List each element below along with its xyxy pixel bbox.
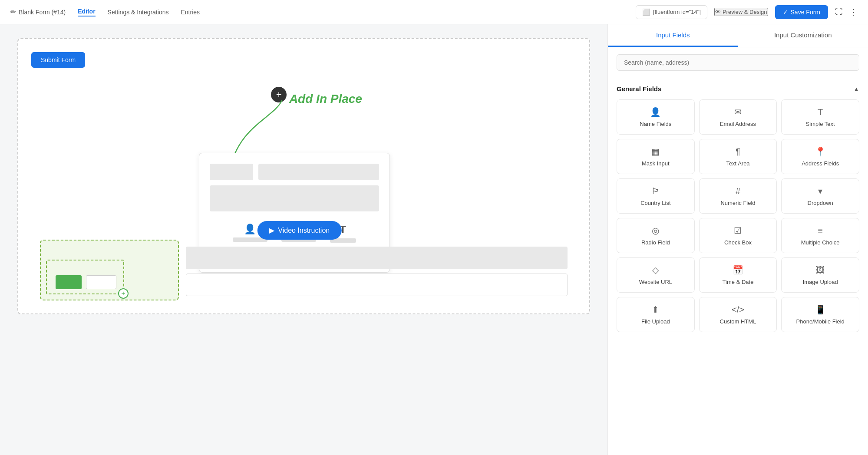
eye-icon: 👁 — [715, 9, 721, 15]
field-item-simple-text[interactable]: TSimple Text — [781, 99, 859, 135]
nav-editor[interactable]: Editor — [78, 8, 95, 16]
mock-person-icon: 👤 — [244, 224, 256, 235]
field-item-mask-input[interactable]: ▦Mask Input — [617, 139, 695, 174]
fields-grid: 👤Name Fields✉Email AddressTSimple Text▦M… — [617, 99, 859, 332]
field-item-country-list[interactable]: 🏳Country List — [617, 178, 695, 214]
field-label-2: Simple Text — [806, 121, 835, 127]
white-input-preview — [186, 274, 568, 296]
panel-tabs: Input Fields Input Customization — [608, 24, 868, 47]
chevron-up-icon[interactable]: ▲ — [853, 86, 859, 92]
lower-preview: + — [31, 240, 576, 300]
field-icon-6: 🏳 — [651, 186, 660, 196]
shortcode-button[interactable]: ⬜ [fluentform id="14"] — [636, 5, 707, 19]
field-item-name-fields[interactable]: 👤Name Fields — [617, 99, 695, 135]
field-icon-13: 📅 — [733, 265, 743, 275]
check-icon: ✓ — [783, 9, 788, 16]
field-icon-8: ▾ — [818, 186, 822, 196]
field-item-check-box[interactable]: ☑Check Box — [699, 218, 777, 253]
field-icon-10: ☑ — [734, 225, 742, 236]
right-panel: Input Fields Input Customization General… — [607, 24, 868, 455]
form-title: ✏ Blank Form (#14) — [10, 8, 66, 16]
mock-input-2 — [258, 164, 379, 180]
right-preview-area — [186, 240, 568, 300]
field-icon-4: ¶ — [736, 147, 740, 157]
field-item-image-upload[interactable]: 🖼Image Upload — [781, 257, 859, 293]
field-label-16: Custom HTML — [720, 318, 756, 325]
form-icon: ✏ — [10, 8, 16, 16]
video-instruction-button[interactable]: ▶ Video Instruction — [257, 221, 342, 240]
field-item-phone-mobile-field[interactable]: 📱Phone/Mobile Field — [781, 297, 859, 332]
green-drop-zone[interactable]: + — [40, 240, 179, 300]
search-wrap — [608, 47, 868, 78]
field-icon-12: ◇ — [652, 265, 659, 275]
field-icon-11: ≡ — [818, 226, 823, 236]
small-plus-icon[interactable]: + — [118, 288, 129, 299]
green-block — [56, 275, 82, 289]
field-icon-14: 🖼 — [816, 265, 825, 275]
save-form-button[interactable]: ✓ Save Form — [775, 5, 828, 19]
field-label-9: Radio Field — [641, 239, 670, 246]
field-label-3: Mask Input — [642, 160, 670, 167]
save-label: Save Form — [791, 9, 820, 16]
field-icon-5: 📍 — [815, 146, 826, 157]
form-canvas: Submit Form + Add In Place — [17, 38, 590, 314]
green-inner-zone: + — [46, 260, 124, 294]
field-label-0: Name Fields — [640, 121, 671, 127]
field-icon-3: ▦ — [651, 146, 660, 157]
field-item-multiple-choice[interactable]: ≡Multiple Choice — [781, 218, 859, 253]
field-icon-16: </> — [732, 305, 744, 315]
field-label-1: Email Address — [720, 121, 756, 127]
editor-area: Submit Form + Add In Place — [0, 24, 607, 455]
field-icon-7: # — [736, 186, 740, 196]
green-input-preview — [86, 275, 116, 289]
main-layout: Submit Form + Add In Place — [0, 24, 868, 455]
field-icon-2: T — [818, 107, 823, 117]
shortcode-text: [fluentform id="14"] — [653, 9, 701, 15]
field-label-6: Country List — [640, 200, 670, 206]
field-label-12: Website URL — [639, 279, 672, 285]
field-item-email-address[interactable]: ✉Email Address — [699, 99, 777, 135]
nav-right: ⬜ [fluentform id="14"] 👁 Preview & Desig… — [636, 5, 858, 19]
field-item-dropdown[interactable]: ▾Dropdown — [781, 178, 859, 214]
field-label-10: Check Box — [724, 239, 752, 246]
field-icon-0: 👤 — [650, 107, 661, 117]
section-title: General Fields — [617, 85, 661, 92]
section-header: General Fields ▲ — [617, 85, 859, 92]
field-item-time---date[interactable]: 📅Time & Date — [699, 257, 777, 293]
preview-label: Preview & Design — [723, 9, 767, 15]
fullscreen-button[interactable]: ⛶ — [835, 7, 843, 16]
field-item-file-upload[interactable]: ⬆File Upload — [617, 297, 695, 332]
form-title-text: Blank Form (#14) — [19, 9, 66, 16]
field-item-text-area[interactable]: ¶Text Area — [699, 139, 777, 174]
field-label-17: Phone/Mobile Field — [796, 318, 845, 325]
nav-settings[interactable]: Settings & Integrations — [108, 9, 169, 16]
add-in-place-area: + Add In Place — [31, 75, 576, 300]
field-label-15: File Upload — [641, 318, 670, 325]
field-icon-15: ⬆ — [652, 304, 659, 315]
field-icon-17: 📱 — [815, 304, 826, 315]
tab-input-customization[interactable]: Input Customization — [738, 24, 868, 47]
field-item-radio-field[interactable]: ◎Radio Field — [617, 218, 695, 253]
field-label-13: Time & Date — [723, 279, 754, 285]
preview-design-button[interactable]: 👁 Preview & Design — [714, 8, 768, 16]
field-item-website-url[interactable]: ◇Website URL — [617, 257, 695, 293]
field-label-8: Dropdown — [808, 200, 833, 206]
submit-form-button[interactable]: Submit Form — [31, 52, 85, 68]
field-label-7: Numeric Field — [720, 200, 755, 206]
field-item-numeric-field[interactable]: #Numeric Field — [699, 178, 777, 214]
add-in-place-label: Add In Place — [289, 92, 362, 106]
field-item-address-fields[interactable]: 📍Address Fields — [781, 139, 859, 174]
mock-input-3 — [210, 185, 379, 211]
nav-entries[interactable]: Entries — [181, 9, 200, 16]
field-item-custom-html[interactable]: </>Custom HTML — [699, 297, 777, 332]
more-options-button[interactable]: ⋮ — [850, 7, 858, 17]
video-btn-label: Video Instruction — [278, 227, 330, 234]
search-input[interactable] — [617, 54, 859, 71]
fields-section: General Fields ▲ 👤Name Fields✉Email Addr… — [608, 78, 868, 455]
play-icon: ▶ — [269, 226, 274, 234]
field-label-4: Text Area — [726, 160, 749, 167]
top-navigation: ✏ Blank Form (#14) Editor Settings & Int… — [0, 0, 868, 24]
tab-input-fields[interactable]: Input Fields — [608, 24, 738, 47]
field-label-11: Multiple Choice — [801, 239, 840, 246]
field-label-5: Address Fields — [802, 160, 839, 167]
